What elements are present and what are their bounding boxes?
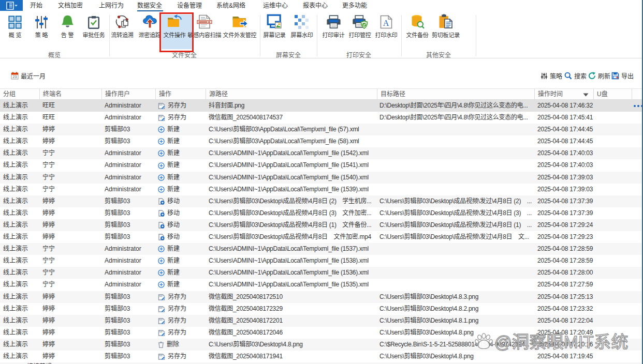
- svg-text:23: 23: [13, 75, 17, 79]
- svg-text:A: A: [383, 19, 389, 27]
